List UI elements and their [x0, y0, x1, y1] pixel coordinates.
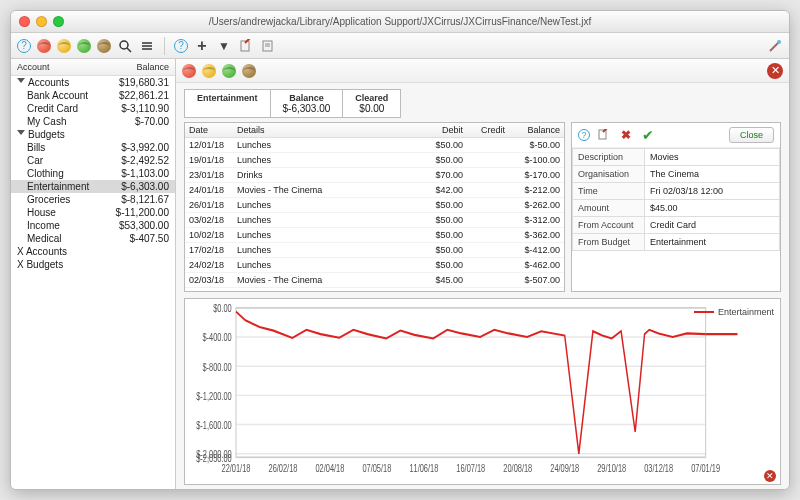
table-row[interactable]: 02/03/18Movies - The Cinema$45.00$-507.0… [185, 273, 564, 288]
sidebar-item[interactable]: House$-11,200.00 [11, 206, 175, 219]
detail-edit-icon[interactable] [596, 127, 612, 143]
search-icon[interactable] [117, 38, 133, 54]
window-minimize[interactable] [36, 16, 47, 27]
svg-text:$-400.00: $-400.00 [202, 332, 231, 343]
svg-text:$-1,200.00: $-1,200.00 [196, 391, 232, 402]
svg-point-0 [120, 41, 128, 49]
edit-icon[interactable] [238, 38, 254, 54]
sidebar-item[interactable]: Clothing$-1,103.00 [11, 167, 175, 180]
add-icon[interactable]: + [194, 38, 210, 54]
ct-yellow-icon[interactable] [202, 64, 216, 78]
svg-text:20/08/18: 20/08/18 [503, 463, 532, 474]
svg-text:29/10/18: 29/10/18 [597, 463, 626, 474]
sidebar-item[interactable]: Car$-2,492.52 [11, 154, 175, 167]
svg-text:16/07/18: 16/07/18 [456, 463, 485, 474]
ledger-brown-icon[interactable] [97, 39, 111, 53]
close-tab-icon[interactable]: ✕ [767, 63, 783, 79]
sidebar-item[interactable]: Credit Card$-3,110.90 [11, 102, 175, 115]
window-title: /Users/andrewjacka/Library/Application S… [11, 16, 789, 27]
window-close[interactable] [19, 16, 30, 27]
svg-text:07/01/19: 07/01/19 [691, 463, 720, 474]
detail-table: DescriptionMoviesOrganisationThe CinemaT… [572, 148, 780, 251]
svg-text:$-1,600.00: $-1,600.00 [196, 420, 232, 431]
menu-icon[interactable] [139, 38, 155, 54]
sidebar-group[interactable]: Accounts$19,680.31 [11, 76, 175, 89]
table-row[interactable]: 12/01/18Lunches$50.00$-50.00 [185, 138, 564, 153]
svg-text:$0.00: $0.00 [213, 303, 232, 314]
table-row[interactable]: 26/01/18Lunches$50.00$-262.00 [185, 198, 564, 213]
balance-chart: Entertainment $0.00$-400.00$-800.00$-1,2… [184, 298, 781, 485]
help-icon[interactable]: ? [17, 39, 31, 53]
sidebar-item[interactable]: Bills$-3,992.00 [11, 141, 175, 154]
summary-cleared: Cleared$0.00 [343, 90, 400, 117]
accounts-sidebar[interactable]: Account Balance Accounts$19,680.31Bank A… [11, 59, 176, 489]
dropdown-icon[interactable]: ▼ [216, 38, 232, 54]
table-row[interactable]: 19/01/18Lunches$50.00$-100.00 [185, 153, 564, 168]
note-icon[interactable] [260, 38, 276, 54]
titlebar: /Users/andrewjacka/Library/Application S… [11, 11, 789, 33]
table-row[interactable]: 24/02/18Lunches$50.00$-462.00 [185, 258, 564, 273]
summary-name: Entertainment [185, 90, 271, 117]
sidebar-item[interactable]: Medical$-407.50 [11, 232, 175, 245]
content-area: ✕ Entertainment Balance$-6,303.00 Cleare… [176, 59, 789, 489]
sidebar-item[interactable]: Groceries$-8,121.67 [11, 193, 175, 206]
detail-confirm-icon[interactable]: ✔ [640, 127, 656, 143]
table-row[interactable]: 03/02/18Lunches$50.00$-312.00 [185, 213, 564, 228]
svg-text:22/01/18: 22/01/18 [222, 463, 251, 474]
sidebar-item[interactable]: X Budgets [11, 258, 175, 271]
table-row[interactable]: 10/02/18Lunches$50.00$-362.00 [185, 228, 564, 243]
table-row[interactable]: 03/03/18Lunches$50.00$-557.00 [185, 288, 564, 292]
sidebar-item[interactable]: Entertainment$-6,303.00 [11, 180, 175, 193]
detail-delete-icon[interactable]: ✖ [618, 127, 634, 143]
ledger-red-icon[interactable] [37, 39, 51, 53]
detail-close-button[interactable]: Close [729, 127, 774, 143]
sidebar-item[interactable]: My Cash$-70.00 [11, 115, 175, 128]
ledger-green-icon[interactable] [77, 39, 91, 53]
transactions-table[interactable]: Date Details Debit Credit Balance 12/01/… [184, 122, 565, 292]
detail-panel: ? ✖ ✔ Close DescriptionMoviesOrganisatio… [571, 122, 781, 292]
sidebar-item[interactable]: Income$53,300.00 [11, 219, 175, 232]
sidebar-header: Account Balance [11, 59, 175, 76]
sidebar-group[interactable]: Budgets [11, 128, 175, 141]
table-row[interactable]: 23/01/18Drinks$70.00$-170.00 [185, 168, 564, 183]
sidebar-item[interactable]: Bank Account$22,861.21 [11, 89, 175, 102]
ct-green-icon[interactable] [222, 64, 236, 78]
tx-header: Date Details Debit Credit Balance [185, 123, 564, 138]
summary-bar: Entertainment Balance$-6,303.00 Cleared$… [184, 89, 401, 118]
ct-red-icon[interactable] [182, 64, 196, 78]
table-row[interactable]: 17/02/18Lunches$50.00$-412.00 [185, 243, 564, 258]
chart-legend: Entertainment [694, 307, 774, 317]
svg-text:26/02/18: 26/02/18 [269, 463, 298, 474]
svg-text:11/06/18: 11/06/18 [409, 463, 438, 474]
svg-text:03/12/18: 03/12/18 [644, 463, 673, 474]
chart-close-icon[interactable]: ✕ [764, 470, 776, 482]
svg-text:$-800.00: $-800.00 [202, 361, 231, 372]
help-icon-2[interactable]: ? [174, 39, 188, 53]
summary-balance: Balance$-6,303.00 [271, 90, 344, 117]
app-window: /Users/andrewjacka/Library/Application S… [10, 10, 790, 490]
svg-point-9 [777, 40, 781, 44]
ledger-yellow-icon[interactable] [57, 39, 71, 53]
content-toolbar: ✕ [176, 59, 789, 83]
brush-icon[interactable] [767, 38, 783, 54]
table-row[interactable]: 24/01/18Movies - The Cinema$42.00$-212.0… [185, 183, 564, 198]
svg-text:02/04/18: 02/04/18 [315, 463, 344, 474]
svg-line-1 [127, 48, 131, 52]
window-zoom[interactable] [53, 16, 64, 27]
svg-text:07/05/18: 07/05/18 [362, 463, 391, 474]
ct-brown-icon[interactable] [242, 64, 256, 78]
detail-help-icon[interactable]: ? [578, 129, 590, 141]
main-toolbar: ? ? + ▼ [11, 33, 789, 59]
svg-text:24/09/18: 24/09/18 [550, 463, 579, 474]
sidebar-item[interactable]: X Accounts [11, 245, 175, 258]
